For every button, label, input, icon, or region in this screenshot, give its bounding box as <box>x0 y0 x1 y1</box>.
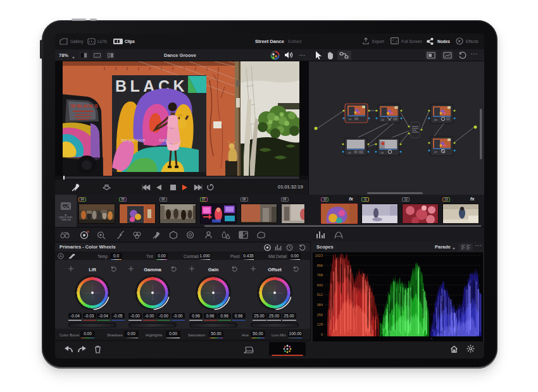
svg-text:1023: 1023 <box>315 254 323 257</box>
svg-text:512: 512 <box>317 293 323 297</box>
svg-text:03: 03 <box>348 151 351 154</box>
svg-text:896: 896 <box>317 264 323 267</box>
svg-text:256: 256 <box>317 313 323 317</box>
svg-text:640: 640 <box>317 283 323 287</box>
svg-text:384: 384 <box>317 303 323 307</box>
svg-text:128: 128 <box>317 322 323 326</box>
svg-text:W BLACK S: W BLACK S <box>71 103 98 109</box>
svg-text:01: 01 <box>349 118 352 121</box>
svg-text:see you soon soon: see you soon soon <box>120 138 168 143</box>
svg-text:06: 06 <box>434 118 437 121</box>
svg-text:02: 02 <box>382 118 385 121</box>
svg-text:768: 768 <box>317 273 323 277</box>
svg-text:0: 0 <box>321 333 323 336</box>
svg-text:A: A <box>59 254 62 258</box>
svg-text:07: 07 <box>434 150 437 154</box>
svg-text:04: 04 <box>381 151 384 154</box>
